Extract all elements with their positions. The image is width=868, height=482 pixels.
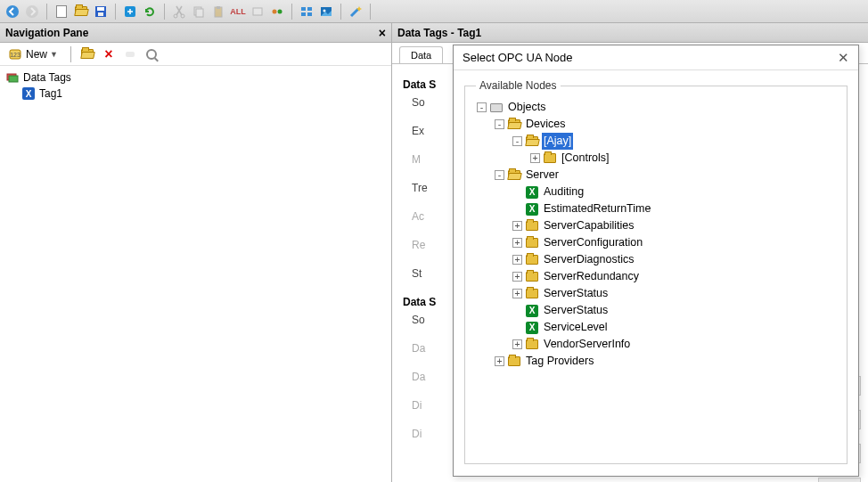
collapse-icon[interactable]: - xyxy=(495,119,504,129)
svg-rect-16 xyxy=(307,7,312,11)
nav-pane-header: Navigation Pane × xyxy=(0,23,391,43)
expand-spacer xyxy=(512,204,522,214)
open-folder-icon[interactable] xyxy=(72,3,90,20)
tree-node[interactable]: XServerStatus xyxy=(474,302,838,319)
tree-node[interactable]: -Server xyxy=(474,167,838,184)
tab-data[interactable]: Data xyxy=(399,46,443,63)
tag-icon: X xyxy=(21,86,36,101)
export-icon[interactable] xyxy=(121,3,139,20)
collapse-icon[interactable]: - xyxy=(477,102,487,112)
tree-item-label: Tag1 xyxy=(39,87,62,100)
new-button-label: New xyxy=(26,48,47,61)
new-doc-icon[interactable] xyxy=(53,3,70,20)
separator xyxy=(370,4,371,20)
tree-node[interactable]: XServiceLevel xyxy=(474,319,838,336)
variable-icon: X xyxy=(525,305,539,317)
wizard-icon[interactable] xyxy=(347,3,364,20)
search-icon[interactable] xyxy=(143,45,160,63)
variable-icon: X xyxy=(525,322,539,334)
tree-node[interactable]: +Tag Providers xyxy=(474,353,838,370)
new-button[interactable]: 123 New ▼ xyxy=(4,45,63,63)
tree-node[interactable]: +[Controls] xyxy=(474,150,838,167)
tree-node-label: VendorServerInfo xyxy=(542,336,632,353)
tree-node-label: ServerStatus xyxy=(542,302,610,319)
expand-icon[interactable]: + xyxy=(512,238,522,248)
paste-all-icon[interactable]: ALL xyxy=(229,3,247,20)
collapse-icon[interactable]: - xyxy=(512,136,522,146)
tree-node-label: Server xyxy=(524,167,561,184)
tree-node[interactable]: +ServerCapabilities xyxy=(474,217,838,234)
folder-icon xyxy=(525,220,539,233)
delete-icon[interactable]: × xyxy=(100,45,118,63)
open-folder-icon[interactable] xyxy=(78,45,96,63)
refresh-icon[interactable] xyxy=(141,3,159,20)
separator xyxy=(70,46,71,62)
tile-icon[interactable] xyxy=(298,3,315,20)
navigation-pane: Navigation Pane × 123 New ▼ × Data Tags … xyxy=(0,23,392,482)
nav-pane-title: Navigation Pane xyxy=(5,27,88,39)
folder-icon xyxy=(525,339,539,351)
folder-icon xyxy=(525,288,539,300)
svg-rect-9 xyxy=(196,9,203,17)
tree-node[interactable]: +ServerConfiguration xyxy=(474,234,838,251)
link-tag-icon xyxy=(121,45,139,63)
image-icon[interactable] xyxy=(317,3,335,20)
svg-text:123: 123 xyxy=(10,52,20,58)
variable-icon: X xyxy=(525,203,539,216)
svg-rect-23 xyxy=(126,52,135,57)
tree-node-label: ServerStatus xyxy=(542,285,610,302)
back-icon[interactable] xyxy=(4,3,21,20)
expand-icon[interactable]: + xyxy=(495,356,504,366)
tree-root[interactable]: Data Tags xyxy=(5,69,386,86)
select-opc-node-dialog: Select OPC UA Node ✕ Available Nodes -Ob… xyxy=(453,45,859,477)
svg-rect-18 xyxy=(307,12,312,16)
tree-node[interactable]: -Objects xyxy=(474,99,838,116)
top-toolbar: ALL xyxy=(0,0,868,23)
expand-icon[interactable]: + xyxy=(512,339,522,349)
content-title: Data Tags - Tag1 xyxy=(397,27,481,39)
tree-node[interactable]: +VendorServerInfo xyxy=(474,336,838,353)
link-icon[interactable] xyxy=(268,3,286,20)
tree-node-label: [Ajay] xyxy=(542,133,573,150)
content-header: Data Tags - Tag1 xyxy=(392,23,868,43)
tree-node-label: Auditing xyxy=(542,184,585,200)
object-icon xyxy=(489,102,504,114)
expand-icon[interactable]: + xyxy=(512,272,522,282)
tree-node-label: ServerConfiguration xyxy=(542,234,644,251)
svg-rect-15 xyxy=(301,7,306,11)
expand-icon[interactable]: + xyxy=(512,221,522,231)
tree-item-tag1[interactable]: X Tag1 xyxy=(5,86,386,102)
tree-node[interactable]: XEstimatedReturnTime xyxy=(474,200,838,217)
dialog-body: Available Nodes -Objects-Devices-[Ajay]+… xyxy=(454,70,858,473)
dialog-title: Select OPC UA Node xyxy=(463,51,573,64)
available-nodes-fieldset: Available Nodes -Objects-Devices-[Ajay]+… xyxy=(464,79,848,464)
tree-node-label: ServerDiagnostics xyxy=(542,251,635,268)
tree-node[interactable]: +ServerDiagnostics xyxy=(474,251,838,268)
tree-node[interactable]: +ServerStatus xyxy=(474,285,838,302)
tree-node-label: Objects xyxy=(506,99,547,116)
variable-icon: X xyxy=(525,186,539,199)
folder-open-icon xyxy=(525,135,539,148)
tree-node[interactable]: -Devices xyxy=(474,116,838,133)
tree-node-label: Tag Providers xyxy=(524,353,595,370)
tree-node[interactable]: -[Ajay] xyxy=(474,133,838,150)
close-icon[interactable]: ✕ xyxy=(838,50,849,66)
cut-icon xyxy=(170,3,188,20)
expand-spacer xyxy=(512,187,522,197)
tree-node[interactable]: XAuditing xyxy=(474,184,838,200)
collapse-icon[interactable]: - xyxy=(495,170,504,180)
svg-rect-17 xyxy=(301,12,306,16)
edit-button[interactable]: Edit... xyxy=(818,478,861,482)
separator xyxy=(291,4,292,20)
expand-icon[interactable]: + xyxy=(512,255,522,265)
svg-rect-4 xyxy=(98,12,103,16)
folder-icon xyxy=(525,237,539,249)
close-icon[interactable]: × xyxy=(379,26,386,40)
expand-icon[interactable]: + xyxy=(512,289,522,298)
tree-node[interactable]: +ServerRedundancy xyxy=(474,268,838,285)
save-icon[interactable] xyxy=(92,3,110,20)
folder-icon xyxy=(543,152,557,165)
expand-icon[interactable]: + xyxy=(530,153,540,163)
svg-rect-25 xyxy=(9,76,18,82)
tree-node-label: ServiceLevel xyxy=(542,319,610,336)
